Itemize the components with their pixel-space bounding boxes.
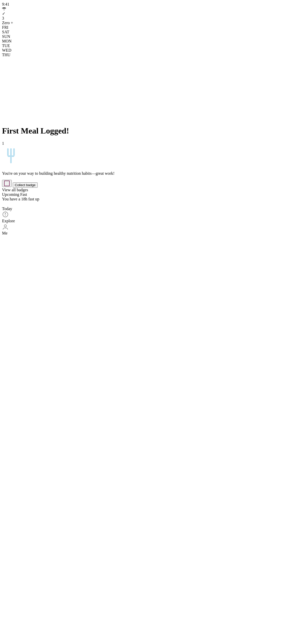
bottom-section: Upcoming Fast You have a 18h fast up Tod… <box>2 192 296 236</box>
cal-day-thu[interactable]: THU <box>2 53 296 57</box>
svg-rect-2 <box>13 148 15 156</box>
person-icon <box>2 223 9 230</box>
svg-marker-10 <box>5 214 6 216</box>
share-button[interactable] <box>2 180 12 187</box>
status-icons <box>2 7 296 11</box>
cal-label-sun: SUN <box>2 34 10 39</box>
cal-day-fri[interactable]: FRI <box>2 25 296 30</box>
badge-inner: 1 <box>2 141 296 167</box>
tab-today-label: Today <box>2 207 12 211</box>
confetti-background <box>2 57 296 88</box>
collect-badge-button[interactable]: Collect badge <box>13 182 38 188</box>
me-icon <box>2 223 296 231</box>
tab-explore[interactable]: Explore <box>2 211 296 223</box>
cal-label-fri: FRI <box>2 25 8 30</box>
badge-number: 1 <box>2 141 4 145</box>
cal-label-sat: SAT <box>2 30 9 34</box>
svg-point-7 <box>3 202 5 205</box>
tab-today[interactable]: Today <box>2 201 296 211</box>
action-row: Collect badge <box>2 180 296 188</box>
cal-day-tue[interactable]: TUE <box>2 43 296 48</box>
upcoming-fast-subtitle: You have a 18h fast up <box>2 197 296 201</box>
upcoming-fast-card: Upcoming Fast You have a 18h fast up <box>2 192 296 201</box>
badge-outer-ring: 1 <box>2 141 296 167</box>
cal-day-sat[interactable]: SAT <box>2 30 296 34</box>
cal-label-mon: MON <box>2 39 11 43</box>
tab-me-label: Me <box>2 231 7 235</box>
calendar-strip: FRI SAT SUN MON TUE WED THU <box>2 25 296 57</box>
explore-icon <box>2 211 296 219</box>
cal-day-wed[interactable]: WED <box>2 48 296 53</box>
cal-label-wed: WED <box>2 48 11 52</box>
notification-badge[interactable]: ✓ 3 <box>2 11 296 21</box>
app-header: ✓ 3 Zero + <box>2 11 296 25</box>
svg-rect-1 <box>10 148 12 156</box>
tab-me[interactable]: Me <box>2 223 296 236</box>
add-button[interactable]: + <box>11 21 13 25</box>
svg-rect-0 <box>7 148 9 156</box>
status-time: 9:41 <box>2 2 9 6</box>
modal-title: First Meal Logged! <box>2 126 296 136</box>
status-bar: 9:41 <box>2 2 296 11</box>
upcoming-fast-title: Upcoming Fast <box>2 192 296 197</box>
modal-card: First Meal Logged! 1 You're on <box>2 88 296 192</box>
modal-description: You're on your way to building healthy n… <box>2 171 296 176</box>
today-dot-icon <box>2 201 6 206</box>
modal-confetti <box>2 88 296 121</box>
today-icon <box>2 201 296 207</box>
badge-count: 3 <box>2 16 4 20</box>
svg-point-11 <box>4 225 7 227</box>
app-title: Zero <box>2 21 10 25</box>
cal-label-tue: TUE <box>2 43 10 48</box>
cal-day-sun[interactable]: SUN <box>2 34 296 39</box>
svg-rect-4 <box>10 157 12 163</box>
svg-marker-9 <box>5 213 6 214</box>
badge-container: 1 <box>2 141 296 167</box>
cal-day-mon[interactable]: MON <box>2 39 296 43</box>
compass-icon <box>2 211 9 218</box>
fork-icon <box>2 146 20 166</box>
wifi-icon <box>2 7 6 11</box>
tab-bar: Today Explore Me <box>2 201 296 236</box>
check-icon: ✓ <box>2 11 296 16</box>
view-all-badges-link[interactable]: View all badges <box>2 188 28 192</box>
tab-explore-label: Explore <box>2 219 15 223</box>
